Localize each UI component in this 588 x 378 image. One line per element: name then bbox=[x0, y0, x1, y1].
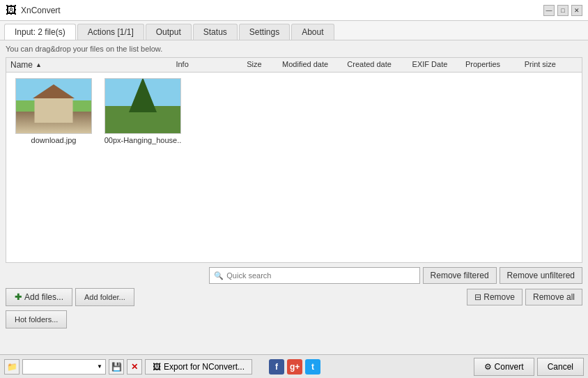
plus-icon: ✚ bbox=[15, 292, 22, 302]
hot-folders-row: Hot folders... bbox=[6, 310, 582, 328]
convert-icon: ⚙ bbox=[484, 362, 492, 372]
minimize-button[interactable]: — bbox=[543, 5, 555, 16]
export-button[interactable]: 🖼 Export for NConvert... bbox=[145, 359, 252, 375]
twitter-icon[interactable]: t bbox=[305, 359, 320, 375]
path-dropdown[interactable]: ▼ bbox=[22, 359, 106, 375]
file-list-container[interactable]: Name ▲ Info Size Modified date Created d… bbox=[6, 57, 582, 263]
remove-label: Remove bbox=[483, 292, 515, 302]
export-image-icon: 🖼 bbox=[153, 362, 161, 372]
add-folder-button[interactable]: Add folder... bbox=[75, 288, 134, 306]
tab-about[interactable]: About bbox=[291, 24, 334, 40]
column-exif: EXIF Date bbox=[412, 60, 465, 70]
column-info: Info bbox=[176, 60, 247, 70]
file-name-1: download.jpg bbox=[31, 136, 77, 144]
column-name: Name ▲ bbox=[10, 60, 176, 70]
title-bar-left: 🖼 XnConvert bbox=[6, 4, 61, 17]
dropdown-arrow-icon: ▼ bbox=[97, 363, 102, 370]
file-thumbnail-2 bbox=[105, 78, 181, 134]
window-controls: — □ ✕ bbox=[543, 5, 582, 16]
search-filter-bar: 🔍 Remove filtered Remove unfiltered bbox=[6, 267, 582, 284]
maximize-button[interactable]: □ bbox=[557, 5, 568, 16]
column-created: Created date bbox=[347, 60, 412, 70]
cancel-button[interactable]: Cancel bbox=[537, 358, 584, 376]
remove-button[interactable]: ⊟ Remove bbox=[467, 289, 523, 305]
hot-folders-button[interactable]: Hot folders... bbox=[6, 310, 67, 328]
column-properties: Properties bbox=[465, 60, 525, 70]
column-size: Size bbox=[247, 60, 282, 70]
app-icon: 🖼 bbox=[6, 4, 17, 17]
convert-label: Convert bbox=[495, 362, 524, 372]
remove-icon: ⊟ bbox=[474, 292, 481, 302]
tab-input[interactable]: Input: 2 file(s) bbox=[4, 24, 76, 40]
tab-actions[interactable]: Actions [1/1] bbox=[77, 24, 144, 40]
title-bar: 🖼 XnConvert — □ ✕ bbox=[0, 0, 588, 21]
convert-button[interactable]: ⚙ Convert bbox=[474, 358, 534, 376]
action-buttons-row: ✚ Add files... Add folder... ⊟ Remove Re… bbox=[6, 288, 582, 306]
file-list-header: Name ▲ Info Size Modified date Created d… bbox=[6, 58, 582, 73]
status-bar: 📁 ▼ 💾 ✕ 🖼 Export for NConvert... f g+ t … bbox=[0, 354, 588, 378]
facebook-icon[interactable]: f bbox=[269, 359, 284, 375]
remove-unfiltered-button[interactable]: Remove unfiltered bbox=[500, 267, 582, 284]
file-list-body: download.jpg 00px-Hanging_house.. bbox=[6, 73, 582, 150]
tab-status[interactable]: Status bbox=[193, 24, 238, 40]
add-files-button[interactable]: ✚ Add files... bbox=[6, 288, 72, 306]
file-name-2: 00px-Hanging_house.. bbox=[105, 136, 182, 144]
thumbnail-house-image bbox=[16, 79, 91, 133]
remove-filtered-button[interactable]: Remove filtered bbox=[423, 267, 497, 284]
search-icon: 🔍 bbox=[214, 271, 224, 280]
remove-all-button[interactable]: Remove all bbox=[525, 289, 582, 305]
folder-open-button[interactable]: 📁 bbox=[4, 359, 20, 375]
search-box[interactable]: 🔍 bbox=[209, 267, 419, 284]
close-button[interactable]: ✕ bbox=[571, 5, 582, 16]
file-thumbnail-1 bbox=[15, 78, 92, 134]
clear-button[interactable]: ✕ bbox=[127, 359, 142, 375]
tab-output[interactable]: Output bbox=[146, 24, 192, 40]
social-icons: f g+ t bbox=[269, 359, 320, 375]
list-item[interactable]: 00px-Hanging_house.. bbox=[101, 78, 185, 144]
tab-bar: Input: 2 file(s) Actions [1/1] Output St… bbox=[0, 21, 588, 40]
search-input[interactable] bbox=[226, 271, 415, 280]
export-label: Export for NConvert... bbox=[164, 362, 245, 372]
thumbnail-tree-image bbox=[105, 79, 180, 133]
googleplus-icon[interactable]: g+ bbox=[287, 359, 302, 375]
app-title: XnConvert bbox=[21, 6, 61, 15]
save-button[interactable]: 💾 bbox=[109, 359, 124, 375]
add-files-label: Add files... bbox=[24, 292, 63, 302]
list-item[interactable]: download.jpg bbox=[12, 78, 95, 144]
column-modified: Modified date bbox=[282, 60, 347, 70]
column-print-size: Print size bbox=[525, 60, 578, 70]
drag-hint: You can drag&drop your files on the list… bbox=[6, 45, 582, 53]
tab-settings[interactable]: Settings bbox=[239, 24, 290, 40]
main-content: You can drag&drop your files on the list… bbox=[0, 40, 588, 333]
